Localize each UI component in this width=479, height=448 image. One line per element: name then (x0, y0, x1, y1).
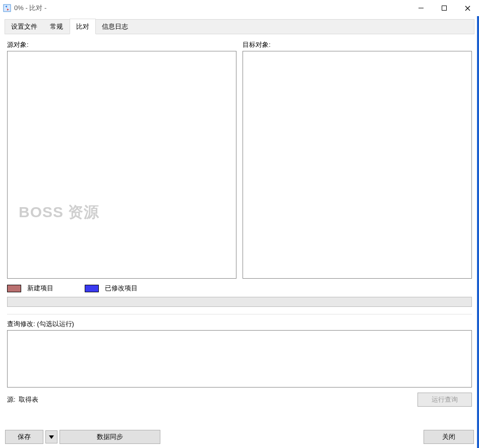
maximize-button[interactable] (433, 0, 456, 16)
source-objects-list[interactable]: BOSS 资源 (7, 51, 236, 279)
svg-rect-2 (442, 6, 447, 11)
query-modify-list[interactable] (7, 330, 472, 388)
run-query-button[interactable]: 运行查询 (417, 393, 472, 407)
save-button[interactable]: 保存 (5, 430, 43, 444)
footer-bar: 保存 数据同步 关闭 (0, 425, 479, 448)
legend-swatch-new (7, 285, 21, 292)
progress-bar (7, 297, 472, 307)
target-objects-list[interactable] (243, 51, 472, 279)
tab-compare[interactable]: 比对 (70, 19, 96, 34)
tab-general[interactable]: 常规 (44, 20, 70, 34)
app-icon (3, 4, 11, 12)
close-button[interactable]: 关闭 (424, 430, 474, 444)
close-window-button[interactable] (456, 0, 479, 16)
legend-label-new: 新建项目 (27, 284, 53, 293)
tab-strip: 设置文件 常规 比对 信息日志 (5, 19, 474, 34)
legend: 新建项目 已修改项目 (7, 284, 472, 293)
source-prefix: 源: (7, 395, 16, 404)
window-controls (409, 0, 479, 16)
save-dropdown-button[interactable] (45, 430, 57, 443)
data-sync-button[interactable]: 数据同步 (59, 430, 160, 444)
watermark-text: BOSS 资源 (19, 202, 99, 223)
tab-settings-file[interactable]: 设置文件 (5, 20, 44, 34)
minimize-button[interactable] (409, 0, 433, 16)
legend-swatch-modified (85, 285, 99, 292)
legend-label-modified: 已修改项目 (105, 284, 138, 293)
right-edge-decoration (477, 16, 479, 448)
source-value: 取得表 (19, 395, 38, 404)
source-objects-label: 源对象: (7, 40, 236, 49)
window-title: 0% - 比对 - (14, 4, 46, 13)
tab-content-compare: 源对象: BOSS 资源 目标对象: 新建项目 已修改项目 查询修改: (勾选以… (0, 34, 479, 407)
query-modify-label: 查询修改: (勾选以运行) (7, 319, 472, 329)
chevron-down-icon (49, 435, 54, 439)
target-objects-label: 目标对象: (243, 40, 472, 49)
separator (7, 314, 472, 314)
title-bar: 0% - 比对 - (0, 0, 479, 16)
tab-info-log[interactable]: 信息日志 (96, 20, 135, 34)
